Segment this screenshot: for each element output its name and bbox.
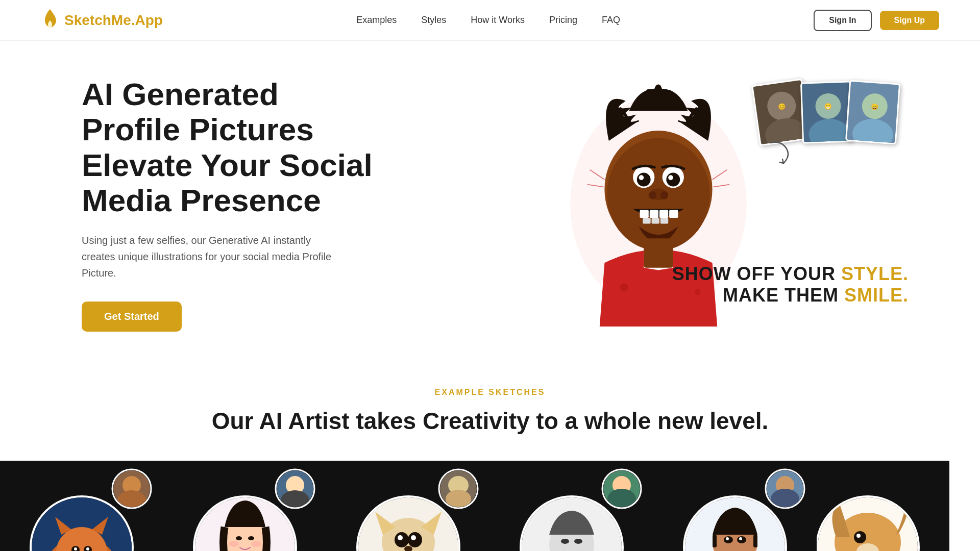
svg-rect-30 — [660, 218, 668, 224]
sketch-item — [653, 461, 817, 551]
svg-point-62 — [236, 536, 242, 540]
svg-point-18 — [666, 173, 680, 187]
flame-icon — [41, 8, 59, 33]
sketch-item — [490, 461, 653, 551]
svg-text:😄: 😄 — [871, 103, 879, 111]
svg-point-17 — [637, 173, 651, 187]
svg-point-96 — [574, 539, 582, 544]
signin-button[interactable]: Sign In — [814, 10, 871, 31]
svg-point-82 — [411, 535, 416, 540]
svg-point-32 — [620, 284, 628, 291]
hero-image-area: 😊 😁 😄 — [378, 71, 939, 337]
svg-point-112 — [739, 537, 742, 540]
hero-tagline: SHOW OFF YOUR STYLE. MAKE THEM SMILE. — [672, 263, 909, 306]
svg-point-111 — [726, 537, 729, 540]
svg-point-81 — [398, 535, 403, 540]
svg-point-23 — [660, 191, 668, 199]
section-eyebrow: EXAMPLE SKETCHES — [0, 388, 980, 397]
svg-rect-27 — [669, 210, 678, 218]
tagline-line2: MAKE THEM SMILE. — [672, 285, 909, 306]
sketch-item — [327, 461, 490, 551]
svg-point-19 — [639, 175, 644, 180]
nav-item-faq[interactable]: FAQ — [602, 15, 620, 26]
section-title: Our AI Artist takes Creativity to a whol… — [0, 407, 980, 435]
svg-text:😊: 😊 — [777, 102, 786, 111]
hero-subtitle: Using just a few selfies, our Generative… — [82, 232, 337, 281]
arrow-icon — [766, 138, 806, 168]
nav-links: Examples Styles How it Works Pricing FAQ — [356, 15, 620, 26]
nav-item-styles[interactable]: Styles — [421, 15, 446, 26]
navbar: SketchMe.App Examples Styles How it Work… — [0, 0, 980, 41]
nav-item-how-it-works[interactable]: How it Works — [471, 15, 525, 26]
examples-section: EXAMPLE SKETCHES Our AI Artist takes Cre… — [0, 357, 980, 551]
svg-point-65 — [251, 541, 261, 547]
svg-rect-26 — [659, 210, 668, 218]
hero-content: AI Generated Profile Pictures Elevate Yo… — [82, 77, 378, 332]
nav-actions: Sign In Sign Up — [814, 10, 939, 31]
brand-name: SketchMe.App — [64, 12, 163, 29]
svg-point-125 — [856, 534, 861, 538]
svg-point-63 — [248, 536, 254, 540]
svg-rect-108 — [753, 535, 757, 547]
signup-button[interactable]: Sign Up — [880, 11, 939, 30]
sketch-item — [163, 461, 327, 551]
svg-point-95 — [561, 539, 569, 544]
logo[interactable]: SketchMe.App — [41, 8, 163, 33]
photo-collage: 😊 😁 😄 — [761, 82, 898, 143]
svg-rect-28 — [643, 218, 650, 224]
svg-text:😁: 😁 — [824, 103, 832, 111]
svg-rect-29 — [652, 218, 659, 224]
svg-point-49 — [86, 547, 89, 550]
tagline-highlight-2: SMILE. — [844, 285, 909, 306]
sketch-item — [0, 461, 163, 551]
photo-thumb-3: 😄 — [845, 80, 900, 145]
sketch-gallery — [0, 461, 980, 551]
svg-rect-24 — [640, 210, 649, 218]
hero-section: AI Generated Profile Pictures Elevate Yo… — [0, 41, 980, 357]
svg-rect-25 — [650, 210, 658, 218]
tagline-line1: SHOW OFF YOUR STYLE. — [672, 263, 909, 285]
svg-point-20 — [668, 175, 673, 180]
nav-item-pricing[interactable]: Pricing — [549, 15, 577, 26]
svg-point-64 — [229, 541, 239, 547]
svg-point-22 — [649, 191, 656, 199]
svg-point-48 — [74, 547, 77, 550]
nav-item-examples[interactable]: Examples — [356, 15, 397, 26]
svg-point-124 — [854, 531, 866, 543]
hero-title: AI Generated Profile Pictures Elevate Yo… — [82, 77, 378, 218]
get-started-button[interactable]: Get Started — [82, 302, 182, 332]
svg-rect-107 — [713, 535, 717, 547]
svg-rect-31 — [644, 238, 673, 268]
sketch-item — [817, 461, 949, 551]
tagline-highlight-1: STYLE. — [841, 263, 909, 284]
